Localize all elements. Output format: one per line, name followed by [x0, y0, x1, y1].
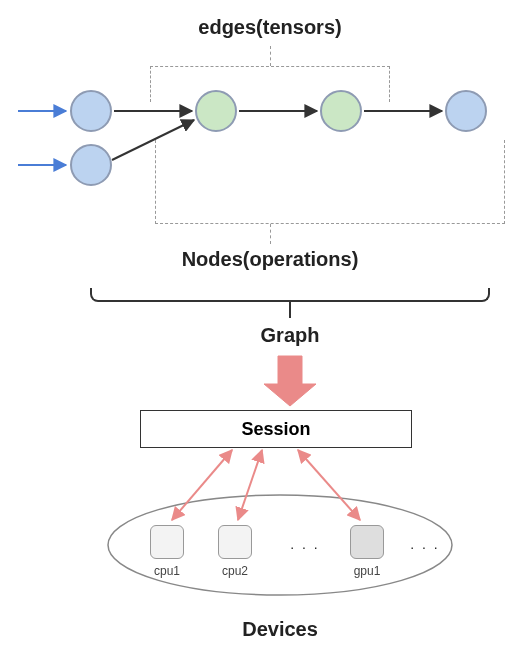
ellipsis-devices-mid: . . .	[280, 536, 330, 552]
nodes-label: Nodes(operations)	[140, 248, 400, 271]
ellipsis-devices-right: . . .	[400, 536, 450, 552]
graph-label: Graph	[200, 324, 380, 347]
edges-label: edges(tensors)	[140, 16, 400, 39]
device-cpu1	[150, 525, 184, 559]
graph-node-op2	[320, 90, 362, 132]
device-cpu2	[218, 525, 252, 559]
graph-node-input2	[70, 144, 112, 186]
device-label-cpu1: cpu1	[140, 564, 194, 578]
graph-bracket	[90, 288, 490, 302]
graph-bracket-stem	[289, 302, 291, 318]
session-label: Session	[241, 419, 310, 440]
graph-node-op1	[195, 90, 237, 132]
graph-node-input1	[70, 90, 112, 132]
graph-node-out	[445, 90, 487, 132]
svg-line-6	[172, 450, 232, 520]
device-label-cpu2: cpu2	[208, 564, 262, 578]
device-gpu1	[350, 525, 384, 559]
diagram-canvas: edges(tensors) Nodes(operations) Graph S…	[0, 0, 532, 661]
devices-label: Devices	[190, 618, 370, 641]
nodes-bracket-stem	[270, 224, 271, 244]
svg-line-8	[298, 450, 360, 520]
nodes-bracket	[155, 140, 505, 224]
edges-bracket-stem	[270, 46, 271, 66]
session-box: Session	[140, 410, 412, 448]
device-label-gpu1: gpu1	[340, 564, 394, 578]
svg-line-7	[238, 450, 262, 520]
big-arrow-icon	[264, 356, 316, 406]
